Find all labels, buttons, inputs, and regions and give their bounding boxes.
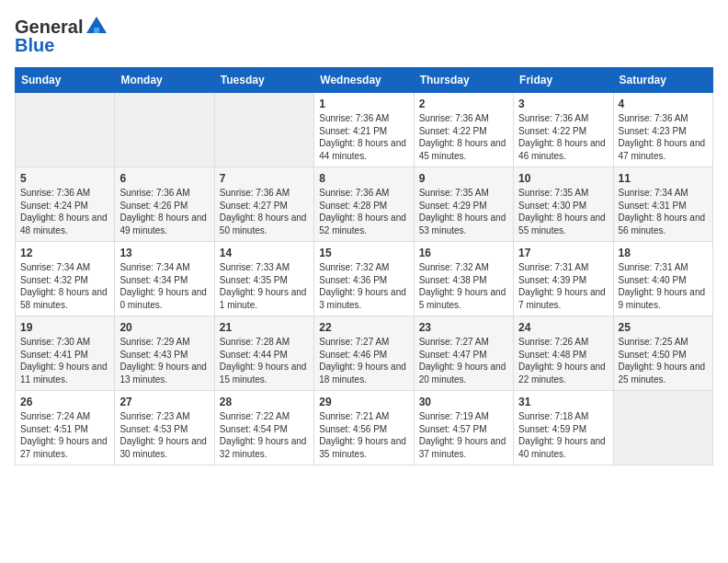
day-number: 17: [518, 247, 608, 259]
day-number: 8: [319, 172, 408, 185]
day-cell: 15Sunrise: 7:32 AMSunset: 4:36 PMDayligh…: [314, 242, 414, 316]
day-number: 22: [319, 321, 408, 334]
header-row: SundayMondayTuesdayWednesdayThursdayFrid…: [16, 68, 713, 93]
week-row-4: 26Sunrise: 7:24 AMSunset: 4:51 PMDayligh…: [16, 391, 713, 465]
day-number: 5: [20, 172, 109, 185]
day-cell: 12Sunrise: 7:34 AMSunset: 4:32 PMDayligh…: [16, 242, 115, 316]
day-number: 6: [119, 172, 209, 185]
day-number: 9: [419, 172, 508, 185]
day-number: 14: [220, 247, 309, 259]
day-cell: 28Sunrise: 7:22 AMSunset: 4:54 PMDayligh…: [214, 391, 313, 465]
day-details: Sunrise: 7:29 AMSunset: 4:43 PMDaylight:…: [119, 337, 207, 385]
day-number: 19: [20, 321, 109, 334]
logo-icon: [85, 15, 108, 39]
day-number: 18: [619, 247, 708, 259]
day-cell: 26Sunrise: 7:24 AMSunset: 4:51 PMDayligh…: [16, 391, 115, 465]
day-cell: 23Sunrise: 7:27 AMSunset: 4:47 PMDayligh…: [414, 316, 513, 391]
day-cell: [214, 93, 313, 167]
day-number: 23: [419, 321, 508, 334]
day-details: Sunrise: 7:23 AMSunset: 4:53 PMDaylight:…: [119, 411, 207, 459]
day-cell: 4Sunrise: 7:36 AMSunset: 4:23 PMDaylight…: [613, 93, 712, 167]
day-cell: 10Sunrise: 7:35 AMSunset: 4:30 PMDayligh…: [514, 167, 613, 242]
day-details: Sunrise: 7:26 AMSunset: 4:48 PMDaylight:…: [518, 337, 606, 385]
day-cell: 11Sunrise: 7:34 AMSunset: 4:31 PMDayligh…: [613, 167, 712, 242]
day-details: Sunrise: 7:31 AMSunset: 4:39 PMDaylight:…: [518, 262, 606, 310]
day-number: 7: [220, 172, 309, 185]
day-cell: 25Sunrise: 7:25 AMSunset: 4:50 PMDayligh…: [613, 316, 712, 391]
day-details: Sunrise: 7:36 AMSunset: 4:22 PMDaylight:…: [419, 113, 506, 161]
day-cell: 13Sunrise: 7:34 AMSunset: 4:34 PMDayligh…: [115, 242, 214, 316]
page-header: General Blue: [15, 15, 713, 56]
week-row-0: 1Sunrise: 7:36 AMSunset: 4:21 PMDaylight…: [16, 93, 713, 167]
header-cell-monday: Monday: [115, 68, 214, 93]
day-details: Sunrise: 7:27 AMSunset: 4:47 PMDaylight:…: [419, 337, 506, 385]
day-cell: 8Sunrise: 7:36 AMSunset: 4:28 PMDaylight…: [314, 167, 414, 242]
day-details: Sunrise: 7:21 AMSunset: 4:56 PMDaylight:…: [319, 411, 406, 459]
day-details: Sunrise: 7:32 AMSunset: 4:38 PMDaylight:…: [419, 262, 506, 310]
day-cell: [613, 391, 712, 465]
day-cell: 5Sunrise: 7:36 AMSunset: 4:24 PMDaylight…: [16, 167, 115, 242]
day-details: Sunrise: 7:30 AMSunset: 4:41 PMDaylight:…: [20, 337, 108, 385]
day-cell: 18Sunrise: 7:31 AMSunset: 4:40 PMDayligh…: [613, 242, 712, 316]
day-number: 3: [518, 98, 608, 110]
day-details: Sunrise: 7:27 AMSunset: 4:46 PMDaylight:…: [319, 337, 406, 385]
day-details: Sunrise: 7:28 AMSunset: 4:44 PMDaylight:…: [220, 337, 307, 385]
week-row-2: 12Sunrise: 7:34 AMSunset: 4:32 PMDayligh…: [16, 242, 713, 316]
day-cell: [16, 93, 115, 167]
day-cell: 22Sunrise: 7:27 AMSunset: 4:46 PMDayligh…: [314, 316, 414, 391]
calendar-table: SundayMondayTuesdayWednesdayThursdayFrid…: [15, 67, 713, 465]
day-cell: 16Sunrise: 7:32 AMSunset: 4:38 PMDayligh…: [414, 242, 513, 316]
day-details: Sunrise: 7:36 AMSunset: 4:21 PMDaylight:…: [319, 113, 406, 161]
header-cell-thursday: Thursday: [414, 68, 513, 93]
day-number: 20: [119, 321, 209, 334]
header-cell-tuesday: Tuesday: [214, 68, 313, 93]
day-cell: 1Sunrise: 7:36 AMSunset: 4:21 PMDaylight…: [314, 93, 414, 167]
day-number: 31: [518, 396, 608, 408]
day-number: 28: [220, 396, 309, 408]
day-number: 30: [419, 396, 508, 408]
day-details: Sunrise: 7:31 AMSunset: 4:40 PMDaylight:…: [619, 262, 706, 310]
day-cell: 20Sunrise: 7:29 AMSunset: 4:43 PMDayligh…: [115, 316, 214, 391]
day-number: 12: [20, 247, 109, 259]
day-details: Sunrise: 7:19 AMSunset: 4:57 PMDaylight:…: [419, 411, 506, 459]
day-details: Sunrise: 7:35 AMSunset: 4:29 PMDaylight:…: [419, 188, 506, 236]
logo-text: General: [15, 17, 83, 36]
day-details: Sunrise: 7:36 AMSunset: 4:28 PMDaylight:…: [319, 188, 406, 236]
day-details: Sunrise: 7:36 AMSunset: 4:27 PMDaylight:…: [220, 188, 307, 236]
day-cell: 7Sunrise: 7:36 AMSunset: 4:27 PMDaylight…: [214, 167, 313, 242]
day-details: Sunrise: 7:34 AMSunset: 4:32 PMDaylight:…: [20, 262, 108, 310]
day-details: Sunrise: 7:34 AMSunset: 4:34 PMDaylight:…: [119, 262, 207, 310]
day-number: 11: [619, 172, 708, 185]
day-number: 21: [220, 321, 309, 334]
week-row-1: 5Sunrise: 7:36 AMSunset: 4:24 PMDaylight…: [16, 167, 713, 242]
day-number: 26: [20, 396, 109, 408]
day-number: 25: [619, 321, 708, 334]
day-cell: 24Sunrise: 7:26 AMSunset: 4:48 PMDayligh…: [514, 316, 613, 391]
logo: General Blue: [15, 15, 110, 56]
day-number: 29: [319, 396, 408, 408]
day-number: 10: [518, 172, 608, 185]
day-number: 2: [419, 98, 508, 110]
day-cell: 21Sunrise: 7:28 AMSunset: 4:44 PMDayligh…: [214, 316, 313, 391]
calendar-body: 1Sunrise: 7:36 AMSunset: 4:21 PMDaylight…: [16, 93, 713, 465]
day-details: Sunrise: 7:36 AMSunset: 4:26 PMDaylight:…: [119, 188, 207, 236]
day-cell: 30Sunrise: 7:19 AMSunset: 4:57 PMDayligh…: [414, 391, 513, 465]
day-number: 1: [319, 98, 408, 110]
day-details: Sunrise: 7:18 AMSunset: 4:59 PMDaylight:…: [518, 411, 606, 459]
day-cell: 2Sunrise: 7:36 AMSunset: 4:22 PMDaylight…: [414, 93, 513, 167]
week-row-3: 19Sunrise: 7:30 AMSunset: 4:41 PMDayligh…: [16, 316, 713, 391]
svg-rect-1: [94, 28, 99, 33]
day-number: 16: [419, 247, 508, 259]
day-details: Sunrise: 7:36 AMSunset: 4:22 PMDaylight:…: [518, 113, 606, 161]
day-cell: 29Sunrise: 7:21 AMSunset: 4:56 PMDayligh…: [314, 391, 414, 465]
day-cell: 27Sunrise: 7:23 AMSunset: 4:53 PMDayligh…: [115, 391, 214, 465]
day-cell: 31Sunrise: 7:18 AMSunset: 4:59 PMDayligh…: [514, 391, 613, 465]
day-details: Sunrise: 7:36 AMSunset: 4:23 PMDaylight:…: [619, 113, 706, 161]
day-cell: 19Sunrise: 7:30 AMSunset: 4:41 PMDayligh…: [16, 316, 115, 391]
day-details: Sunrise: 7:25 AMSunset: 4:50 PMDaylight:…: [619, 337, 706, 385]
day-number: 4: [619, 98, 708, 110]
header-cell-saturday: Saturday: [613, 68, 712, 93]
day-cell: 17Sunrise: 7:31 AMSunset: 4:39 PMDayligh…: [514, 242, 613, 316]
day-number: 27: [119, 396, 209, 408]
day-details: Sunrise: 7:24 AMSunset: 4:51 PMDaylight:…: [20, 411, 108, 459]
